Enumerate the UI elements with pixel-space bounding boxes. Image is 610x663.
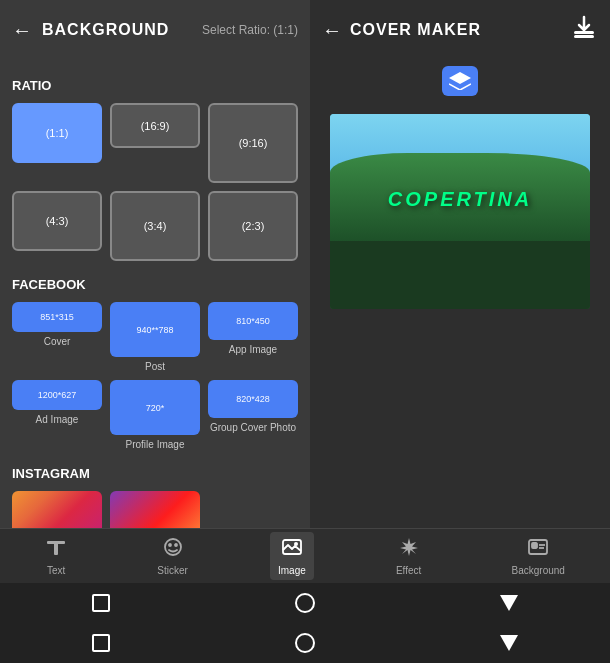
ratio-select-label[interactable]: Select Ratio: (1:1) <box>202 23 298 37</box>
cover-maker-title: COVER MAKER <box>350 21 481 39</box>
ratio-section-title: RATIO <box>12 78 298 93</box>
nav-home-main[interactable] <box>295 633 315 653</box>
svg-rect-3 <box>54 541 58 555</box>
fb-adimage-item: 1200*627 Ad Image <box>12 380 102 450</box>
fb-adimage-button[interactable]: 1200*627 <box>12 380 102 410</box>
facebook-section-title: FACEBOOK <box>12 277 298 292</box>
image-icon <box>281 536 303 563</box>
toolbar-sticker-label: Sticker <box>157 565 188 576</box>
fb-cover-item: 851*315 Cover <box>12 302 102 372</box>
toolbar-text[interactable]: Text <box>37 533 75 580</box>
canvas-preview[interactable]: COPERTINA <box>330 114 590 309</box>
right-back-button[interactable]: ← <box>322 19 342 42</box>
fb-appimage-button[interactable]: 810*450 <box>208 302 298 340</box>
fb-adimage-label: Ad Image <box>36 414 79 425</box>
nav-back-main[interactable] <box>500 635 518 651</box>
svg-rect-1 <box>574 35 594 38</box>
toolbar-sticker[interactable]: Sticker <box>149 532 196 580</box>
left-panel-header: ← BACKGROUND Select Ratio: (1:1) <box>0 0 310 60</box>
ratio-3-4-button[interactable]: (3:4) <box>110 191 200 261</box>
fb-profile-button[interactable]: 720* <box>110 380 200 435</box>
toolbar-effect[interactable]: Effect <box>388 532 429 580</box>
fb-groupcover-label: Group Cover Photo <box>210 422 296 433</box>
effect-icon <box>398 536 420 563</box>
ratio-9-16-button[interactable]: (9:16) <box>208 103 298 183</box>
nav-square-main[interactable] <box>92 634 110 652</box>
svg-point-8 <box>294 542 298 546</box>
toolbar-background-label: Background <box>512 565 565 576</box>
nav-back-button[interactable] <box>500 595 518 611</box>
svg-rect-0 <box>574 31 594 34</box>
canvas-background: COPERTINA <box>330 114 590 309</box>
fb-profile-item: 720* Profile Image <box>110 380 200 450</box>
ratio-4-3-button[interactable]: (4:3) <box>12 191 102 251</box>
toolbar-image-label: Image <box>278 565 306 576</box>
right-section: COPERTINA Text <box>310 60 610 623</box>
fb-groupcover-button[interactable]: 820*428 <box>208 380 298 418</box>
left-back-button[interactable]: ← <box>12 19 32 42</box>
instagram-section-title: INSTAGRAM <box>12 466 298 481</box>
facebook-grid: 851*315 Cover 940**788 Post 810*450 App … <box>12 302 298 450</box>
toolbar-text-label: Text <box>47 565 65 576</box>
fb-cover-label: Cover <box>44 336 71 347</box>
svg-point-4 <box>165 539 181 555</box>
text-icon <box>45 537 67 563</box>
fb-appimage-label: App Image <box>229 344 277 355</box>
fb-post-label: Post <box>145 361 165 372</box>
fb-cover-button[interactable]: 851*315 <box>12 302 102 332</box>
ratio-2-3-button[interactable]: (2:3) <box>208 191 298 261</box>
nav-square-button[interactable] <box>92 594 110 612</box>
layers-button[interactable] <box>442 66 478 96</box>
fb-appimage-item: 810*450 App Image <box>208 302 298 372</box>
right-panel-header: ← COVER MAKER <box>310 0 610 60</box>
ratio-1-1-button[interactable]: (1:1) <box>12 103 102 163</box>
toolbar-background[interactable]: Background <box>504 532 573 580</box>
fb-post-button[interactable]: 940**788 <box>110 302 200 357</box>
main-nav-bar <box>0 623 610 663</box>
download-button[interactable] <box>570 13 598 47</box>
toolbar-effect-label: Effect <box>396 565 421 576</box>
ratio-grid: (1:1) (16:9) (9:16) (4:3) (3:4) (2:3) <box>12 103 298 261</box>
navigation-bar <box>0 583 610 623</box>
ratio-16-9-button[interactable]: (16:9) <box>110 103 200 148</box>
background-icon <box>527 536 549 563</box>
bottom-toolbar: Text Sticker <box>0 528 610 583</box>
svg-point-5 <box>169 544 171 546</box>
fb-post-item: 940**788 Post <box>110 302 200 372</box>
svg-rect-10 <box>532 543 537 548</box>
toolbar-image[interactable]: Image <box>270 532 314 580</box>
canvas-text: COPERTINA <box>388 188 532 211</box>
fb-profile-label: Profile Image <box>126 439 185 450</box>
svg-point-6 <box>175 544 177 546</box>
nav-home-button[interactable] <box>295 593 315 613</box>
fb-groupcover-item: 820*428 Group Cover Photo <box>208 380 298 450</box>
sticker-icon <box>162 536 184 563</box>
background-title: BACKGROUND <box>42 21 169 39</box>
